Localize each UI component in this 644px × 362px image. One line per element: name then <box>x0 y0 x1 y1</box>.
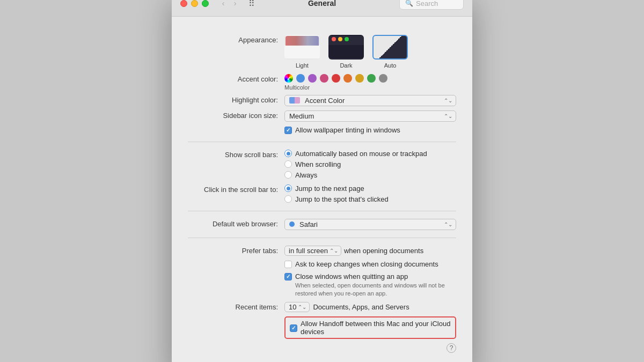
close-windows-note: When selected, open documents and window… <box>295 282 456 298</box>
close-windows-checkbox[interactable]: ✓ <box>284 273 292 280</box>
search-icon: 🔍 <box>405 0 413 7</box>
wallpaper-controls: ✓ Allow wallpaper tinting in windows <box>284 126 456 134</box>
default-browser-label: Default web browser: <box>188 219 284 228</box>
prefer-tabs-arrow: ⌃⌄ <box>330 248 338 254</box>
multicolor-label: Multicolor <box>284 84 456 91</box>
prefer-tabs-row: Prefer tabs: in full screen ⌃⌄ when open… <box>188 246 456 256</box>
jump-next-radio[interactable] <box>284 184 292 192</box>
recent-items-label: Recent items: <box>188 302 284 311</box>
settings-content: Appearance: Light Dark Auto <box>172 17 472 362</box>
ask-keep-spacer <box>188 260 284 261</box>
jump-next-row: Jump to the next page <box>284 184 456 193</box>
accent-graphite[interactable] <box>379 74 387 83</box>
default-browser-dropdown[interactable]: Safari ⌃⌄ <box>284 219 456 230</box>
help-button[interactable]: ? <box>447 343 456 353</box>
click-scroll-controls: Jump to the next page Jump to the spot t… <box>284 184 456 203</box>
highlight-color-label: Highlight color: <box>188 95 284 104</box>
accent-blue[interactable] <box>296 74 305 83</box>
scroll-bars-section: Show scroll bars: Automatically based on… <box>188 142 456 211</box>
traffic-lights <box>180 0 209 7</box>
highlight-color-row: Highlight color: Accent Color ⌃⌄ <box>188 95 456 106</box>
appearance-dark-label: Dark <box>340 62 352 69</box>
ask-keep-label: Ask to keep changes when closing documen… <box>295 260 438 268</box>
accent-color-row: Accent color: Multicolor <box>188 74 456 91</box>
back-arrow-icon[interactable]: ‹ <box>218 0 228 8</box>
accent-pink[interactable] <box>320 74 328 83</box>
accent-yellow[interactable] <box>355 74 364 83</box>
accent-color-label: Accent color: <box>188 74 284 83</box>
jump-spot-row: Jump to the spot that's clicked <box>284 195 456 203</box>
appearance-dark[interactable]: Dark <box>328 35 364 69</box>
prefer-tabs-controls: in full screen ⌃⌄ when opening documents <box>284 246 456 256</box>
app-grid-icon[interactable]: ⠿ <box>248 0 255 9</box>
handoff-checkbox[interactable]: ✓ <box>290 324 297 332</box>
handoff-row: ✓ Allow Handoff between this Mac and you… <box>188 316 456 339</box>
window-title: General <box>308 0 336 8</box>
appearance-light[interactable]: Light <box>284 35 320 69</box>
click-scroll-bar-row: Click in the scroll bar to: Jump to the … <box>188 184 456 203</box>
sidebar-icon-size-dropdown[interactable]: Medium ⌃⌄ <box>284 110 456 122</box>
search-placeholder: Search <box>416 0 438 8</box>
documents-section: Prefer tabs: in full screen ⌃⌄ when open… <box>188 238 456 361</box>
system-preferences-window: ‹ › ⠿ General 🔍 Search Appearance: Light <box>172 0 472 362</box>
click-scroll-label: Click in the scroll bar to: <box>188 184 284 194</box>
close-windows-label: Close windows when quitting an app <box>295 272 408 280</box>
accent-multicolor[interactable] <box>284 74 293 83</box>
jump-spot-radio[interactable] <box>284 195 292 203</box>
highlight-dropdown-arrow: ⌃⌄ <box>444 98 452 104</box>
handoff-label: Allow Handoff between this Mac and your … <box>301 320 451 336</box>
handoff-highlighted-box: ✓ Allow Handoff between this Mac and you… <box>284 316 456 339</box>
appearance-auto-thumb <box>372 35 408 60</box>
close-windows-checkbox-row: ✓ Close windows when quitting an app <box>284 272 456 280</box>
wallpaper-spacer <box>188 126 284 127</box>
handoff-checkmark: ✓ <box>291 325 296 331</box>
highlight-controls: Accent Color ⌃⌄ <box>284 95 456 106</box>
recent-items-row: Recent items: 10 ⌃⌄ Documents, Apps, and… <box>188 302 456 312</box>
close-button[interactable] <box>180 0 187 7</box>
recent-items-suffix: Documents, Apps, and Servers <box>313 303 409 311</box>
recent-items-inline: 10 ⌃⌄ Documents, Apps, and Servers <box>284 302 456 312</box>
accent-red[interactable] <box>332 74 340 83</box>
browser-dropdown-arrow: ⌃⌄ <box>444 221 452 227</box>
accent-controls: Multicolor <box>284 74 456 91</box>
browser-value: Safari <box>299 220 318 228</box>
browser-controls: Safari ⌃⌄ <box>284 219 456 230</box>
ask-keep-checkbox[interactable] <box>284 261 292 268</box>
handoff-spacer <box>188 316 284 317</box>
recent-items-controls: 10 ⌃⌄ Documents, Apps, and Servers <box>284 302 456 312</box>
recent-items-dropdown[interactable]: 10 ⌃⌄ <box>284 302 310 312</box>
prefer-tabs-value: in full screen <box>289 247 328 255</box>
search-box[interactable]: 🔍 Search <box>399 0 464 10</box>
accent-orange[interactable] <box>343 74 352 83</box>
wallpaper-tinting-row: ✓ Allow wallpaper tinting in windows <box>188 126 456 134</box>
handoff-controls: ✓ Allow Handoff between this Mac and you… <box>284 316 456 339</box>
recent-items-arrow: ⌃⌄ <box>298 304 306 310</box>
nav-arrows: ‹ › <box>218 0 240 8</box>
appearance-light-thumb <box>284 35 320 60</box>
maximize-button[interactable] <box>202 0 209 7</box>
close-windows-checkmark: ✓ <box>286 274 290 279</box>
appearance-row: Appearance: Light Dark Auto <box>188 35 456 69</box>
help-icon: ? <box>450 344 453 352</box>
scroll-always-label: Always <box>295 171 317 179</box>
scroll-scrolling-radio[interactable] <box>284 160 292 168</box>
highlight-color-dropdown[interactable]: Accent Color ⌃⌄ <box>284 95 456 106</box>
forward-arrow-icon[interactable]: › <box>230 0 240 8</box>
scroll-always-row: Always <box>284 171 456 179</box>
appearance-section: Appearance: Light Dark Auto <box>188 27 456 142</box>
help-row: ? <box>188 343 456 353</box>
scroll-scrolling-label: When scrolling <box>295 160 341 168</box>
wallpaper-tinting-label: Allow wallpaper tinting in windows <box>295 126 400 134</box>
ask-keep-controls: Ask to keep changes when closing documen… <box>284 260 456 268</box>
scroll-auto-radio[interactable] <box>284 150 292 157</box>
minimize-button[interactable] <box>191 0 198 7</box>
appearance-auto[interactable]: Auto <box>372 35 408 69</box>
accent-purple[interactable] <box>308 74 317 83</box>
wallpaper-tinting-checkbox[interactable]: ✓ <box>284 127 292 134</box>
prefer-tabs-inline: in full screen ⌃⌄ when opening documents <box>284 246 456 256</box>
scroll-always-radio[interactable] <box>284 171 292 179</box>
scroll-auto-label: Automatically based on mouse or trackpad <box>295 150 427 158</box>
accent-green[interactable] <box>367 74 376 83</box>
browser-section: Default web browser: Safari ⌃⌄ <box>188 211 456 238</box>
prefer-tabs-dropdown[interactable]: in full screen ⌃⌄ <box>284 246 341 256</box>
